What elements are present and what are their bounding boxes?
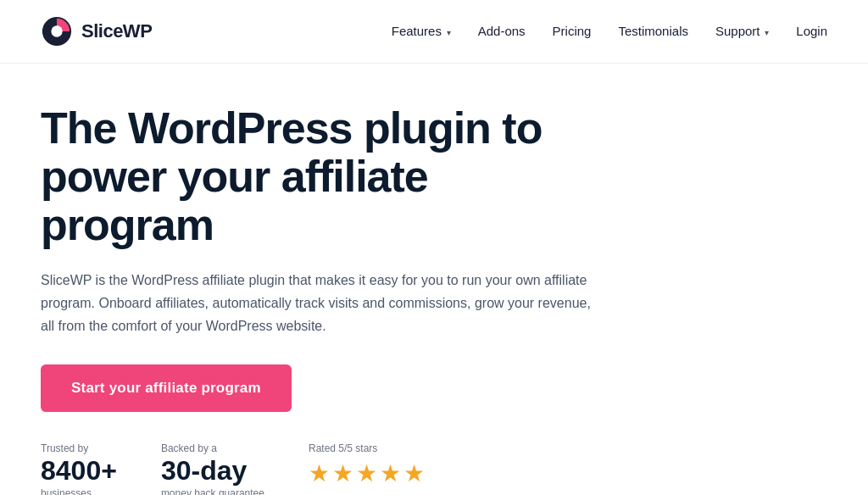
trust-item-businesses: Trusted by 8400+ businesses	[41, 442, 117, 495]
nav-link-features[interactable]: Features ▾	[392, 24, 451, 38]
nav-links: Features ▾ Add-ons Pricing Testimonials	[392, 24, 827, 39]
navbar: SliceWP Features ▾ Add-ons Pricing Te	[0, 0, 868, 64]
nav-link-addons[interactable]: Add-ons	[478, 24, 526, 38]
hero-section: The WordPress plugin to power your affil…	[0, 64, 644, 495]
chevron-down-icon-support: ▾	[763, 28, 770, 37]
nav-item-pricing[interactable]: Pricing	[553, 24, 592, 39]
nav-link-support[interactable]: Support ▾	[715, 24, 769, 38]
nav-item-support[interactable]: Support ▾	[715, 24, 769, 39]
trust-value-businesses: 8400+	[41, 456, 117, 486]
trust-sublabel-businesses: businesses	[41, 487, 117, 495]
cta-button[interactable]: Start your affiliate program	[41, 364, 292, 412]
trust-row: Trusted by 8400+ businesses Backed by a …	[41, 442, 604, 495]
nav-link-pricing[interactable]: Pricing	[553, 24, 592, 38]
nav-item-login[interactable]: Login	[796, 24, 827, 39]
logo-text: SliceWP	[81, 20, 152, 42]
chevron-down-icon: ▾	[444, 28, 451, 37]
nav-item-testimonials[interactable]: Testimonials	[618, 24, 688, 39]
logo-area[interactable]: SliceWP	[41, 15, 152, 47]
nav-link-login[interactable]: Login	[796, 24, 827, 38]
nav-item-features[interactable]: Features ▾	[392, 24, 451, 39]
svg-point-2	[51, 25, 62, 36]
trust-item-stars: Rated 5/5 stars ★ ★ ★ ★ ★	[309, 442, 425, 487]
hero-title: The WordPress plugin to power your affil…	[41, 104, 604, 250]
page-wrapper: SliceWP Features ▾ Add-ons Pricing Te	[0, 0, 868, 495]
trust-label-rated: Rated 5/5 stars	[309, 442, 425, 454]
star-4: ★	[380, 459, 401, 487]
star-1: ★	[309, 459, 330, 487]
nav-link-testimonials[interactable]: Testimonials	[618, 24, 688, 38]
hero-description: SliceWP is the WordPress affiliate plugi…	[41, 269, 604, 338]
trust-label-trusted: Trusted by	[41, 442, 117, 454]
logo-icon	[41, 15, 73, 47]
trust-sublabel-moneyback: money back guarantee	[161, 487, 264, 495]
trust-item-moneyback: Backed by a 30-day money back guarantee	[161, 442, 264, 495]
star-3: ★	[356, 459, 377, 487]
star-2: ★	[332, 459, 353, 487]
stars-container: ★ ★ ★ ★ ★	[309, 459, 425, 487]
trust-value-30day: 30-day	[161, 456, 264, 486]
trust-label-backed: Backed by a	[161, 442, 264, 454]
star-5: ★	[403, 459, 425, 487]
nav-item-addons[interactable]: Add-ons	[478, 24, 526, 39]
